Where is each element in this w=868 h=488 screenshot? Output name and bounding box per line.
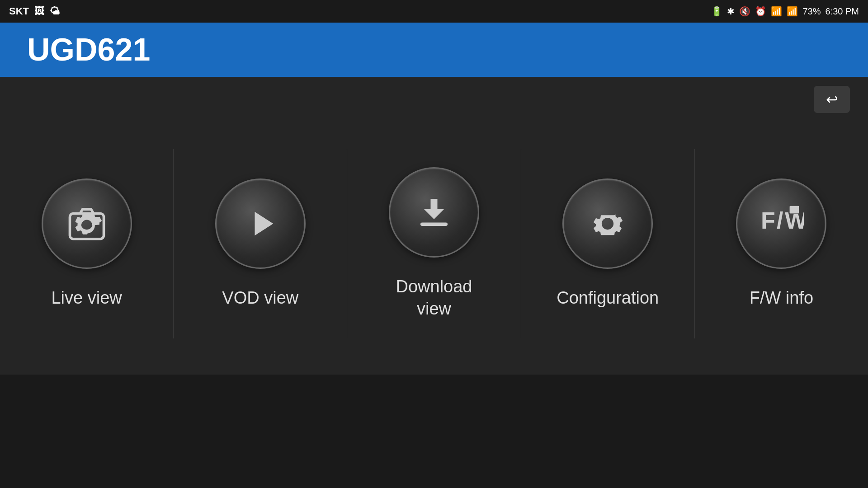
weather-icon: 🌤 — [50, 5, 60, 17]
menu-item-fw-info[interactable]: F / W F/W info — [695, 149, 868, 338]
configuration-button[interactable] — [562, 178, 653, 269]
menu-item-download-view[interactable]: Download view — [347, 149, 521, 338]
battery-percent: 73% — [802, 6, 821, 17]
mute-icon: 🔇 — [739, 6, 750, 17]
menu-item-configuration[interactable]: Configuration — [521, 149, 695, 338]
alarm-icon: ⏰ — [755, 6, 766, 17]
download-view-label: Download view — [396, 276, 472, 320]
menu-item-vod-view[interactable]: VOD view — [174, 149, 347, 338]
signal-strength-icon: 📶 — [787, 6, 798, 17]
vod-view-label: VOD view — [222, 287, 298, 309]
menu-item-live-view[interactable]: Live view — [0, 149, 174, 338]
svg-text:F: F — [761, 207, 775, 234]
fw-info-label: F/W info — [750, 287, 813, 309]
status-bar: SKT 🖼 🌤 🔋 ✱ 🔇 ⏰ 📶 📶 73% 6:30 PM — [0, 0, 868, 23]
play-icon — [247, 208, 278, 239]
status-right: 🔋 ✱ 🔇 ⏰ 📶 📶 73% 6:30 PM — [711, 6, 859, 17]
bluetooth-icon: ✱ — [727, 6, 735, 17]
signal-icon: 🖼 — [34, 5, 44, 17]
svg-rect-2 — [94, 217, 99, 221]
svg-text:/: / — [777, 207, 783, 234]
back-button[interactable]: ↩ — [814, 86, 850, 113]
time-display: 6:30 PM — [826, 6, 859, 17]
fw-icon: F / W — [759, 204, 804, 244]
svg-rect-8 — [789, 206, 799, 214]
carrier-label: SKT — [9, 5, 29, 17]
download-icon — [414, 192, 454, 233]
main-content: Live view VOD view Download view — [0, 122, 868, 375]
back-icon: ↩ — [826, 91, 838, 108]
header: UGD621 — [0, 23, 868, 77]
configuration-label: Configuration — [557, 287, 659, 309]
gear-icon — [587, 203, 628, 244]
wifi-icon: 📶 — [771, 6, 782, 17]
app-title: UGD621 — [27, 32, 150, 68]
battery-charge-icon: 🔋 — [711, 6, 722, 17]
vod-view-button[interactable] — [215, 178, 306, 269]
live-view-button[interactable] — [42, 178, 132, 269]
live-view-label: Live view — [51, 287, 122, 309]
camera-icon — [66, 203, 107, 244]
download-view-button[interactable] — [389, 167, 479, 258]
fw-info-button[interactable]: F / W — [736, 178, 826, 269]
status-left: SKT 🖼 🌤 — [9, 5, 60, 17]
svg-rect-4 — [420, 223, 448, 226]
menu-grid: Live view VOD view Download view — [0, 149, 868, 338]
toolbar: ↩ — [0, 77, 868, 122]
svg-marker-3 — [255, 211, 273, 235]
